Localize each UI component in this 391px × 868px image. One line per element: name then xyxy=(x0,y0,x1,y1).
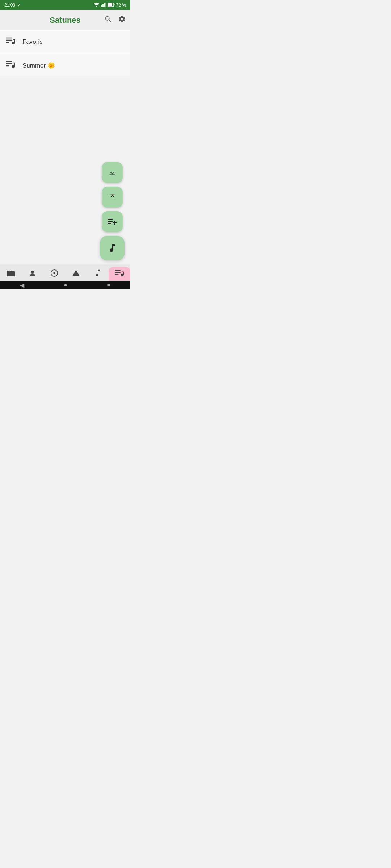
playlist-item-summer[interactable]: Summer 🌞 xyxy=(0,54,130,77)
svg-rect-4 xyxy=(105,3,106,7)
add-playlist-button[interactable] xyxy=(102,211,123,232)
back-button[interactable]: ◀ xyxy=(20,282,24,289)
svg-rect-2 xyxy=(102,4,104,7)
svg-rect-7 xyxy=(108,3,112,6)
person-icon xyxy=(29,269,37,279)
app-bar: Satunes xyxy=(0,10,130,30)
app-bar-actions xyxy=(104,15,126,25)
svg-point-35 xyxy=(121,274,123,276)
playlist-name-summer: Summer 🌞 xyxy=(22,62,55,69)
svg-point-0 xyxy=(96,6,97,7)
playlists-icon xyxy=(115,269,124,279)
folder-icon xyxy=(7,269,15,279)
time: 21:03 xyxy=(4,3,15,8)
recent-button[interactable]: ■ xyxy=(107,282,111,288)
music-icon xyxy=(94,269,101,279)
svg-point-30 xyxy=(73,274,75,276)
playlist-music-icon-2 xyxy=(6,60,15,71)
svg-rect-1 xyxy=(101,5,102,7)
music-note-button[interactable] xyxy=(100,236,125,260)
album-icon xyxy=(50,269,58,279)
svg-point-27 xyxy=(53,272,55,274)
svg-rect-3 xyxy=(104,3,105,7)
wifi-icon xyxy=(94,3,100,8)
search-icon[interactable] xyxy=(104,15,112,25)
fab-container xyxy=(100,162,125,260)
status-right: 72 % xyxy=(94,3,126,8)
settings-icon[interactable] xyxy=(118,15,126,25)
check-icon: ✓ xyxy=(17,3,21,8)
genres-icon xyxy=(72,269,80,279)
svg-point-25 xyxy=(31,271,34,273)
svg-point-11 xyxy=(12,42,15,44)
playlist-music-icon xyxy=(6,37,15,47)
app-title: Satunes xyxy=(50,16,81,25)
home-button[interactable]: ● xyxy=(64,282,67,288)
playlist-name-favoris: Favoris xyxy=(22,38,43,46)
svg-rect-29 xyxy=(75,272,77,274)
playlist-list: Favoris Summer 🌞 xyxy=(0,30,130,77)
battery-icon xyxy=(108,3,115,8)
svg-rect-6 xyxy=(114,4,114,5)
status-left: 21:03 ✓ xyxy=(4,3,21,8)
export-button[interactable] xyxy=(102,187,123,208)
svg-point-17 xyxy=(12,65,15,68)
system-nav: ◀ ● ■ xyxy=(0,281,130,289)
import-button[interactable] xyxy=(102,162,123,183)
svg-point-31 xyxy=(76,274,79,276)
playlist-item-favoris[interactable]: Favoris xyxy=(0,30,130,54)
battery-percent: 72 % xyxy=(116,3,126,8)
status-bar: 21:03 ✓ 72 % xyxy=(0,0,130,10)
signal-icon xyxy=(101,3,106,8)
